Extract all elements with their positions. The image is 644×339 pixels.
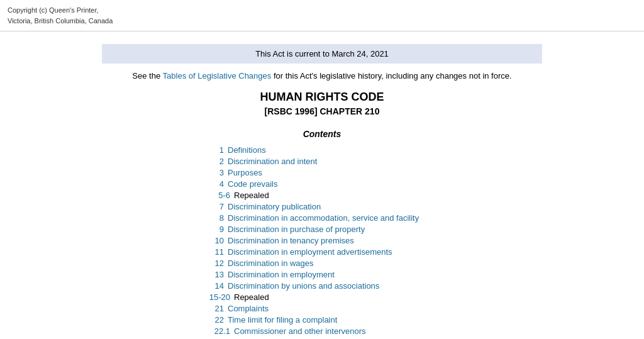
toc-item: 12 Discrimination in wages (196, 258, 448, 268)
toc-number: 8 (196, 213, 228, 223)
copyright-line2: Victoria, British Columbia, Canada (8, 16, 636, 26)
toc-item: 10 Discrimination in tenancy premises (196, 236, 448, 245)
toc-number: 22.1 (196, 326, 234, 336)
toc-number: 9 (196, 225, 228, 234)
notice-suffix: for this Act's legislative history, incl… (271, 71, 511, 81)
header: Copyright (c) Queen's Printer, Victoria,… (0, 0, 644, 31)
toc-label[interactable]: Discrimination by unions and association… (228, 281, 379, 291)
toc-number: 22 (196, 315, 228, 325)
toc-label[interactable]: Discrimination in employment advertiseme… (228, 247, 392, 257)
toc-item: 21 Complaints (196, 304, 448, 313)
toc-number-link[interactable]: 22.1 (214, 326, 230, 336)
toc-number-link[interactable]: 12 (215, 258, 224, 268)
legislative-notice: See the Tables of Legislative Changes fo… (102, 71, 542, 81)
current-banner: This Act is current to March 24, 2021 (102, 44, 542, 64)
toc-label-link[interactable]: Discrimination by unions and association… (228, 281, 379, 291)
copyright-line1: Copyright (c) Queen's Printer, (8, 5, 636, 16)
toc-label[interactable]: Purposes (228, 168, 262, 177)
toc-number-link[interactable]: 21 (215, 304, 224, 313)
toc-number-link[interactable]: 10 (215, 236, 224, 245)
toc-label[interactable]: Commissioner and other intervenors (234, 326, 366, 336)
toc-label-link[interactable]: Discrimination in employment (228, 270, 335, 279)
toc-number: 1 (196, 145, 228, 155)
toc-number-link[interactable]: 7 (219, 202, 224, 211)
toc-label-link[interactable]: Code prevails (228, 179, 278, 189)
toc-item: 3 Purposes (196, 168, 448, 177)
toc-number-link[interactable]: 4 (219, 179, 224, 189)
act-chapter: [RSBC 1996] CHAPTER 210 (102, 106, 542, 116)
toc-number: 3 (196, 168, 228, 177)
toc-number: 21 (196, 304, 228, 313)
toc-label-link[interactable]: Commissioner and other intervenors (234, 326, 366, 336)
toc-label-link[interactable]: Discrimination in wages (228, 258, 314, 268)
toc-number-link[interactable]: 14 (215, 281, 224, 291)
toc-number-link[interactable]: 11 (215, 247, 224, 257)
toc-item: 1 Definitions (196, 145, 448, 155)
toc-label-link[interactable]: Discrimination and intent (228, 157, 317, 166)
toc-label[interactable]: Definitions (228, 145, 266, 155)
toc-number-link[interactable]: 9 (219, 225, 224, 234)
toc-number: 14 (196, 281, 228, 291)
toc-item: 4 Code prevails (196, 179, 448, 189)
toc-item: 5-6 Repealed (196, 191, 448, 200)
toc-label: Repealed (234, 191, 269, 200)
toc-item: 15-20 Repealed (196, 292, 448, 302)
toc-number-link[interactable]: 13 (215, 270, 224, 279)
toc-number-link[interactable]: 8 (219, 213, 224, 223)
toc-item: 8 Discrimination in accommodation, servi… (196, 213, 448, 223)
toc-label-link[interactable]: Purposes (228, 168, 262, 177)
toc-number-link[interactable]: 2 (219, 157, 224, 166)
contents-heading: Contents (102, 129, 542, 139)
toc-label[interactable]: Discrimination in purchase of property (228, 225, 365, 234)
current-banner-text: This Act is current to March 24, 2021 (255, 49, 389, 58)
toc-label-link[interactable]: Discriminatory publication (228, 202, 321, 211)
toc-label[interactable]: Code prevails (228, 179, 278, 189)
toc-item: 14 Discrimination by unions and associat… (196, 281, 448, 291)
table-of-contents: 1 Definitions 2 Discrimination and inten… (196, 145, 448, 338)
toc-number: 4 (196, 179, 228, 189)
toc-label-link[interactable]: Complaints (228, 304, 269, 313)
toc-item: 22.1 Commissioner and other intervenors (196, 326, 448, 336)
toc-number: 2 (196, 157, 228, 166)
toc-label[interactable]: Discrimination in tenancy premises (228, 236, 354, 245)
toc-number-link[interactable]: 1 (219, 145, 224, 155)
toc-label[interactable]: Discrimination and intent (228, 157, 317, 166)
notice-prefix: See the (132, 71, 162, 81)
toc-item: 2 Discrimination and intent (196, 157, 448, 166)
toc-label[interactable]: Discrimination in accommodation, service… (228, 213, 419, 223)
toc-number: 15-20 (196, 292, 234, 302)
toc-item: 22 Time limit for filing a complaint (196, 315, 448, 325)
toc-label-link[interactable]: Definitions (228, 145, 266, 155)
toc-item: 7 Discriminatory publication (196, 202, 448, 211)
toc-number: 11 (196, 247, 228, 257)
toc-item: 11 Discrimination in employment advertis… (196, 247, 448, 257)
toc-number: 13 (196, 270, 228, 279)
toc-label[interactable]: Time limit for filing a complaint (228, 315, 337, 325)
toc-label-link[interactable]: Discrimination in tenancy premises (228, 236, 354, 245)
toc-label[interactable]: Discrimination in wages (228, 258, 314, 268)
toc-number-link[interactable]: 3 (219, 168, 224, 177)
toc-item: 9 Discrimination in purchase of property (196, 225, 448, 234)
legislative-changes-link[interactable]: Tables of Legislative Changes (163, 71, 272, 81)
toc-item: 13 Discrimination in employment (196, 270, 448, 279)
toc-label-link[interactable]: Time limit for filing a complaint (228, 315, 337, 325)
act-title: HUMAN RIGHTS CODE (102, 91, 542, 104)
toc-number: 5-6 (196, 191, 234, 200)
toc-label-link[interactable]: Discrimination in accommodation, service… (228, 213, 419, 223)
toc-number: 12 (196, 258, 228, 268)
toc-number-link[interactable]: 22 (215, 315, 224, 325)
toc-number: 10 (196, 236, 228, 245)
toc-label[interactable]: Discriminatory publication (228, 202, 321, 211)
toc-label[interactable]: Complaints (228, 304, 269, 313)
toc-number: 7 (196, 202, 228, 211)
toc-label-link[interactable]: Discrimination in purchase of property (228, 225, 365, 234)
toc-label: Repealed (234, 292, 269, 302)
toc-label-link[interactable]: Discrimination in employment advertiseme… (228, 247, 392, 257)
main-content: This Act is current to March 24, 2021 Se… (96, 31, 548, 339)
toc-label[interactable]: Discrimination in employment (228, 270, 335, 279)
